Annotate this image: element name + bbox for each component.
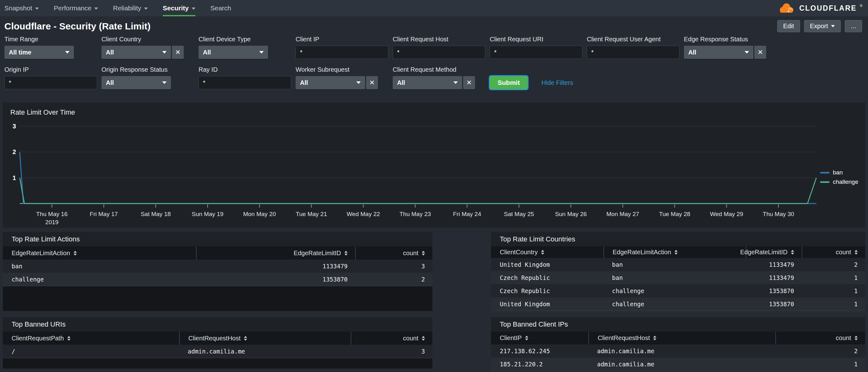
svg-text:Thu May 23: Thu May 23 <box>400 211 431 217</box>
table-cell: 2 <box>355 276 432 283</box>
submit-button[interactable]: Submit <box>490 76 528 89</box>
more-button[interactable]: ... <box>845 20 862 32</box>
column-header-count[interactable]: count <box>355 246 432 259</box>
legend-item-challenge: challenge <box>820 179 858 185</box>
column-header-edgeratelimitaction[interactable]: EdgeRateLimitAction <box>3 246 196 259</box>
client-country-select[interactable]: All <box>101 46 171 59</box>
column-header-count[interactable]: count <box>802 246 865 258</box>
svg-text:2: 2 <box>12 148 16 155</box>
svg-text:Sat May 25: Sat May 25 <box>504 211 534 217</box>
filter-label: Client Device Type <box>198 35 296 43</box>
filter-label: Client Request Host <box>393 35 490 43</box>
cloudflare-logo-icon <box>778 2 796 14</box>
svg-text:Sun May 19: Sun May 19 <box>192 211 223 217</box>
table-cell: admin.camilia.me <box>588 348 776 354</box>
selected-value: All <box>688 49 696 56</box>
sort-icon <box>855 250 858 255</box>
client-request-method-clear-button[interactable]: ✕ <box>463 76 475 89</box>
origin-ip-input[interactable] <box>4 76 97 89</box>
edit-button[interactable]: Edit <box>777 20 800 32</box>
svg-text:Sat May 18: Sat May 18 <box>141 211 170 217</box>
selected-value: All <box>203 49 211 56</box>
time-range-select[interactable]: All time <box>4 46 74 59</box>
svg-text:Wed May 22: Wed May 22 <box>347 211 380 217</box>
column-header-label: EdgeRateLimitAction <box>11 250 70 257</box>
sort-icon <box>653 336 656 340</box>
column-header-clientcountry[interactable]: ClientCountry <box>491 246 603 258</box>
ray-id-input[interactable] <box>198 76 291 89</box>
caret-down-icon <box>162 51 166 54</box>
client-request-user-agent-input[interactable] <box>587 46 680 59</box>
filter-label: Worker Subrequest <box>296 66 393 73</box>
sort-icon <box>422 336 425 341</box>
table-body: United Kingdomban11334792Czech Republicb… <box>491 258 865 311</box>
nav-item-security[interactable]: Security <box>163 0 195 16</box>
table-empty-area <box>3 286 432 311</box>
client-request-host-input[interactable] <box>393 46 485 59</box>
nav-item-performance[interactable]: Performance <box>54 0 98 16</box>
table-cell: challenge <box>603 287 746 294</box>
edge-response-status-clear-button[interactable]: ✕ <box>754 46 766 59</box>
table-body: ban11334793challenge13538702 <box>3 259 432 286</box>
origin-response-status-select[interactable]: All <box>101 76 171 89</box>
column-header-label: ClientRequestHost <box>188 335 241 342</box>
filter-label: Edge Response Status <box>684 35 781 43</box>
nav-item-snapshot[interactable]: Snapshot <box>4 0 39 16</box>
hide-filters-link[interactable]: Hide Filters <box>541 79 573 86</box>
filter-label: Ray ID <box>198 66 296 73</box>
tables-row-bottom: Top Banned URIsClientRequestPathClientRe… <box>0 317 868 371</box>
client-ip-input[interactable] <box>296 46 388 59</box>
column-header-label: EdgeRateLimitID <box>294 250 341 257</box>
filter-label: Client Country <box>101 35 198 43</box>
edge-response-status-select[interactable]: All <box>684 46 753 59</box>
table-title: Top Banned URIs <box>3 317 432 332</box>
column-header-clientrequesthost[interactable]: ClientRequestHost <box>588 332 776 344</box>
table-cell: 185.21.220.2 <box>491 361 588 368</box>
column-header-label: ClientRequestHost <box>598 334 650 342</box>
filter-ray-id: Ray ID <box>198 66 296 89</box>
caret-down-icon <box>259 51 264 54</box>
column-header-edgeratelimitaction[interactable]: EdgeRateLimitAction <box>603 246 746 258</box>
table-row: 217.138.62.245admin.camilia.me2 <box>491 344 865 358</box>
table-cell: United Kingdom <box>491 261 603 268</box>
client-request-uri-input[interactable] <box>490 46 582 59</box>
svg-text:Thu May 30: Thu May 30 <box>763 211 794 217</box>
column-header-edgeratelimitid[interactable]: EdgeRateLimitID <box>746 246 802 258</box>
table-title: Top Rate Limit Actions <box>3 232 432 246</box>
svg-text:Fri May 24: Fri May 24 <box>453 211 481 217</box>
table-header-row: ClientRequestPathClientRequestHostcount <box>3 332 432 345</box>
client-country-clear-button[interactable]: ✕ <box>172 46 184 59</box>
nav-item-reliability[interactable]: Reliability <box>113 0 148 16</box>
table-cell: 1 <box>802 274 865 281</box>
filter-label: Origin Response Status <box>101 66 198 73</box>
table-cell: 2 <box>802 261 865 268</box>
column-header-clientrequestpath[interactable]: ClientRequestPath <box>3 332 179 345</box>
svg-text:Mon May 20: Mon May 20 <box>243 211 276 217</box>
svg-text:1: 1 <box>12 175 16 181</box>
nav-item-search[interactable]: Search <box>210 0 231 16</box>
client-request-method-select[interactable]: All <box>393 76 462 89</box>
table-header-row: ClientCountryEdgeRateLimitActionEdgeRate… <box>491 246 865 258</box>
client-device-type-select[interactable]: All <box>198 46 268 59</box>
tables-row-top: Top Rate Limit ActionsEdgeRateLimitActio… <box>0 232 868 311</box>
selected-value: All <box>106 49 114 56</box>
filter-label: Client Request Method <box>393 66 490 73</box>
worker-subrequest-select[interactable]: All <box>296 76 365 89</box>
table-cell: 3 <box>355 263 432 270</box>
column-header-edgeratelimitid[interactable]: EdgeRateLimitID <box>196 246 355 259</box>
column-header-count[interactable]: count <box>775 332 865 344</box>
rate-limit-chart: 123Thu May 162019Fri May 17Sat May 18Sun… <box>10 121 818 226</box>
export-button[interactable]: Export <box>804 20 841 32</box>
nav-item-label: Snapshot <box>4 4 32 12</box>
filter-label: Client Request URI <box>490 35 587 43</box>
column-header-clientrequesthost[interactable]: ClientRequestHost <box>179 332 351 345</box>
column-header-label: count <box>836 334 851 342</box>
filter-client-request-method: Client Request MethodAll✕ <box>393 66 490 89</box>
worker-subrequest-clear-button[interactable]: ✕ <box>366 76 378 89</box>
table-cell: 1353870 <box>196 276 355 283</box>
column-header-count[interactable]: count <box>351 332 432 345</box>
column-header-clientip[interactable]: ClientIP <box>491 332 588 344</box>
selected-value: All <box>106 79 114 86</box>
cloudflare-brand: CLOUDFLARE ® <box>778 0 862 16</box>
registered-mark: ® <box>860 4 862 7</box>
